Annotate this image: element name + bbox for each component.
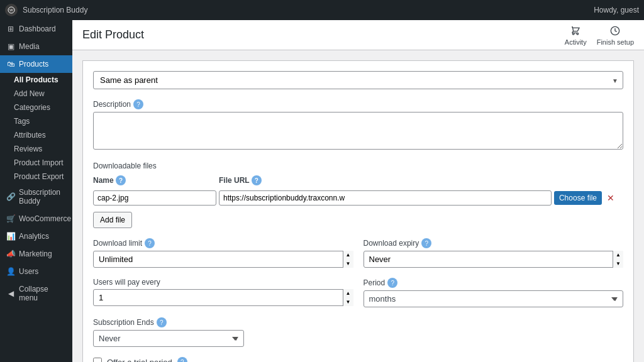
download-expiry-spinner-buttons: ▲ ▼ xyxy=(613,251,623,268)
download-expiry-col: Download expiry ? ▲ ▼ xyxy=(364,238,624,268)
marketing-icon: 📣 xyxy=(6,250,15,258)
pay-every-input[interactable] xyxy=(93,289,353,306)
activity-icon xyxy=(569,25,582,37)
offer-trial-help-icon[interactable]: ? xyxy=(177,357,187,362)
header-actions: Activity Finish setup xyxy=(565,25,634,46)
download-limit-label: Download limit ? xyxy=(93,238,353,248)
top-bar: W Subscription Buddy Howdy, guest xyxy=(0,0,644,20)
description-help-icon[interactable]: ? xyxy=(133,99,143,109)
sidebar-subitem-reviews[interactable]: Reviews xyxy=(0,142,72,156)
download-limit-up[interactable]: ▲ xyxy=(343,251,353,260)
subscription-ends-help-icon[interactable]: ? xyxy=(157,317,167,327)
offer-trial-row: Offer a trial period ? xyxy=(93,357,623,362)
sidebar-subitem-all-products[interactable]: All Products xyxy=(0,73,72,87)
sidebar-subitem-product-import[interactable]: Product Import xyxy=(0,156,72,170)
name-help-icon[interactable]: ? xyxy=(116,175,126,185)
subscription-ends-row: Subscription Ends ? Never After X paymen… xyxy=(93,317,623,347)
sidebar-subitem-tags[interactable]: Tags xyxy=(0,114,72,128)
file-name-input[interactable] xyxy=(93,190,216,206)
pay-period-row: Users will pay every ▲ ▼ xyxy=(93,278,623,307)
activity-label: Activity xyxy=(565,38,587,46)
subscription-buddy-icon: 🔗 xyxy=(6,192,15,201)
offer-trial-label[interactable]: Offer a trial period xyxy=(107,358,172,363)
file-url-col-header: File URL xyxy=(219,176,249,185)
download-limit-down[interactable]: ▼ xyxy=(343,260,353,268)
sidebar-item-analytics[interactable]: 📊 Analytics xyxy=(0,228,72,245)
sidebar-item-collapse[interactable]: ◀ Collapse menu xyxy=(0,280,72,307)
page-title: Edit Product xyxy=(82,28,144,41)
wp-logo: W xyxy=(5,4,18,16)
pay-every-spinner: ▲ ▼ xyxy=(93,289,353,306)
parent-dropdown-wrap: Same as parent ▼ xyxy=(93,71,623,89)
analytics-icon: 📊 xyxy=(6,232,15,241)
download-expiry-label: Download expiry ? xyxy=(364,238,624,248)
sidebar-item-users[interactable]: 👤 Users xyxy=(0,263,72,280)
download-limit-help-icon[interactable]: ? xyxy=(145,238,155,248)
delete-file-button[interactable]: ✕ xyxy=(604,192,617,204)
collapse-icon: ◀ xyxy=(6,289,15,298)
pay-every-up[interactable]: ▲ xyxy=(343,289,353,298)
user-greeting: Howdy, guest xyxy=(594,6,639,14)
file-url-input[interactable] xyxy=(219,190,552,206)
downloadable-files-label: Downloadable files xyxy=(93,162,623,170)
name-col-header: Name xyxy=(93,176,114,185)
page-header: Edit Product Activity Finish setup xyxy=(72,20,644,50)
form-section: Same as parent ▼ Description ? xyxy=(82,60,634,362)
subscription-ends-label: Subscription Ends ? xyxy=(93,317,623,327)
finish-setup-label: Finish setup xyxy=(597,38,634,46)
page-content: Same as parent ▼ Description ? xyxy=(72,50,644,362)
sidebar-item-dashboard[interactable]: ⊞ Dashboard xyxy=(0,20,72,38)
users-icon: 👤 xyxy=(6,267,15,276)
download-expiry-up[interactable]: ▲ xyxy=(613,251,623,260)
download-expiry-spinner: ▲ ▼ xyxy=(364,251,624,268)
download-limit-spinner: ▲ ▼ xyxy=(93,251,353,268)
period-label: Period ? xyxy=(364,278,624,288)
period-select[interactable]: days weeks months years xyxy=(364,290,624,307)
parent-dropdown[interactable]: Same as parent xyxy=(93,71,623,89)
pay-every-label: Users will pay every xyxy=(93,278,353,287)
sidebar-item-products[interactable]: 🛍 Products xyxy=(0,55,72,73)
subscription-ends-select[interactable]: Never After X payments On specific date xyxy=(93,330,244,347)
download-expiry-input[interactable] xyxy=(364,251,624,268)
sidebar-item-marketing[interactable]: 📣 Marketing xyxy=(0,245,72,263)
pay-every-down[interactable]: ▼ xyxy=(343,298,353,307)
activity-button[interactable]: Activity xyxy=(565,25,587,46)
products-icon: 🛍 xyxy=(6,60,15,69)
download-expiry-help-icon[interactable]: ? xyxy=(421,238,431,248)
sidebar-subitem-attributes[interactable]: Attributes xyxy=(0,128,72,142)
download-limits-row: Download limit ? ▲ ▼ xyxy=(93,238,623,268)
dashboard-icon: ⊞ xyxy=(6,25,15,33)
download-limit-input[interactable] xyxy=(93,251,353,268)
sidebar-item-subscription-buddy[interactable]: 🔗 Subscription Buddy xyxy=(0,184,72,210)
offer-trial-checkbox[interactable] xyxy=(93,358,102,362)
description-label: Description ? xyxy=(93,99,623,109)
choose-file-button[interactable]: Choose file xyxy=(554,191,602,205)
pay-every-col: Users will pay every ▲ ▼ xyxy=(93,278,353,307)
add-file-button[interactable]: Add file xyxy=(93,212,132,228)
download-limit-col: Download limit ? ▲ ▼ xyxy=(93,238,353,268)
description-row: Description ? xyxy=(93,99,623,151)
files-table: Name ? File URL ? xyxy=(93,173,623,208)
description-textarea[interactable] xyxy=(93,112,623,150)
period-help-icon[interactable]: ? xyxy=(387,278,397,288)
period-select-wrap: days weeks months years xyxy=(364,290,624,307)
top-bar-left: W Subscription Buddy xyxy=(5,4,586,16)
download-limit-spinner-buttons: ▲ ▼ xyxy=(343,251,353,268)
sidebar: ⊞ Dashboard ▣ Media 🛍 Products All Produ… xyxy=(0,20,72,362)
sidebar-item-woocommerce[interactable]: 🛒 WooCommerce xyxy=(0,210,72,228)
finish-setup-icon xyxy=(609,25,621,37)
sidebar-subitem-categories[interactable]: Categories xyxy=(0,101,72,114)
subscription-ends-select-wrap: Never After X payments On specific date xyxy=(93,330,244,347)
file-url-help-icon[interactable]: ? xyxy=(252,175,262,185)
sidebar-subitem-product-export[interactable]: Product Export xyxy=(0,170,72,184)
svg-text:W: W xyxy=(9,8,13,12)
downloadable-files-row: Downloadable files Name ? xyxy=(93,162,623,228)
finish-setup-button[interactable]: Finish setup xyxy=(597,25,634,46)
file-row: Choose file ✕ xyxy=(93,188,623,208)
media-icon: ▣ xyxy=(6,42,15,51)
sidebar-item-media[interactable]: ▣ Media xyxy=(0,38,72,55)
download-expiry-down[interactable]: ▼ xyxy=(613,260,623,268)
woocommerce-icon: 🛒 xyxy=(6,214,15,223)
sidebar-subitem-add-new[interactable]: Add New xyxy=(0,87,72,101)
period-col: Period ? days weeks months years xyxy=(364,278,624,307)
